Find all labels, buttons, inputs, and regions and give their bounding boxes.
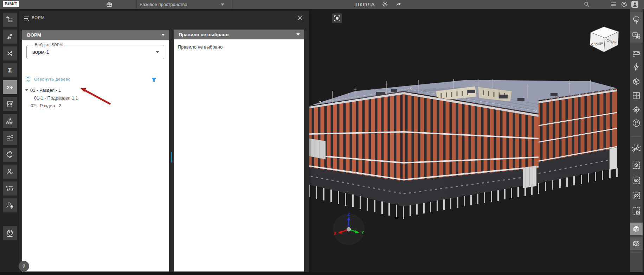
collapse-tree-label: Свернуть дерево [34,77,71,81]
section-box-icon [632,77,641,86]
close-icon[interactable] [297,15,303,21]
annotation-arrow [72,84,114,109]
sigma-add-icon: Σ+ [5,83,15,91]
sigma-icon: Σ [6,66,14,75]
toolbar-sigma[interactable]: Σ [3,63,17,77]
vorm-select-value: ворм-1 [32,49,49,55]
toolbar-gauge[interactable] [3,226,17,240]
flag-icon [632,119,641,128]
vorm-select-label: Выбрать ВОРМ [33,43,64,47]
cube-solid-icon [632,224,641,234]
toolbar-folder-export[interactable] [3,181,17,196]
rule-collapse-caret-icon [296,33,300,36]
app-logo[interactable]: BiMiT [3,1,19,7]
left-toolbar: Σ Σ+ 2D [0,9,19,272]
svg-text:X: X [334,231,336,235]
folder-export-icon [6,184,14,193]
toolbar-user-check[interactable] [3,165,17,179]
vegetation-tree-icon [632,16,641,25]
list-icon[interactable] [610,1,617,7]
svg-text:Σ: Σ [8,67,12,74]
svg-text:Σ+: Σ+ [7,84,13,90]
rt-show-dashed[interactable] [630,174,643,187]
rt-ruler[interactable] [630,47,643,60]
selection-focus-icon [632,31,641,40]
vorm-panel-window: ВОРМ ВОРМ Выбрать ВОРМ ворм-1 Свернуть д… [19,11,309,274]
panel-resize-handle[interactable] [171,152,172,162]
svg-text:1: 1 [634,144,635,147]
gear-icon[interactable] [382,1,388,7]
flash-icon [632,62,641,71]
right-toolbar: 12 [630,9,643,272]
rule-section-card: Правило не выбрано Правило не выбрано [174,30,304,271]
help-button[interactable]: ? [19,261,29,271]
trend-lines-icon [6,134,14,142]
toolbar-separator [631,136,641,137]
panel-window-title: ВОРМ [32,15,45,20]
user-check-icon [6,167,14,176]
select-branch-icon [6,32,14,41]
workspace-caret-icon[interactable] [221,4,224,6]
rt-selection-focus[interactable] [630,30,643,42]
collapse-caret-icon [161,34,165,36]
toolbar-user-location[interactable] [3,198,17,212]
orbit-navigation-icon [632,239,641,248]
tree-expand-caret-icon[interactable] [25,89,28,91]
rt-cube-dashed[interactable] [630,159,643,172]
briefcase-icon[interactable] [106,1,112,8]
rule-section-header[interactable]: Правило не выбрано [174,30,304,39]
rule-empty-text: Правило не выбрано [174,39,304,55]
rt-clear-dashed[interactable] [630,205,643,217]
rt-section-box[interactable] [630,75,643,88]
share-icon[interactable] [395,1,402,7]
rt-hide-dashed[interactable] [630,189,643,202]
viewport-focus-button[interactable] [332,13,342,23]
floor-plan-icon [632,91,641,100]
rt-vegetation-tree[interactable] [630,14,643,27]
vorm-section-card: ВОРМ Выбрать ВОРМ ворм-1 Свернуть дерево [22,30,169,271]
toolbar-separator [631,252,641,253]
2d-view-icon: 2D [6,100,14,108]
collapse-tree-link[interactable]: Свернуть дерево [26,76,71,82]
rule-section-header-label: Правило не выбрано [179,32,228,37]
toolbar-2d-view[interactable]: 2D [3,97,17,111]
user-avatar-icon[interactable] [631,1,638,8]
toolbar-org-chart[interactable] [3,114,17,128]
topbar-divider [136,0,137,9]
search-icon[interactable] [584,1,590,7]
vorm-select[interactable]: Выбрать ВОРМ ворм-1 [26,45,164,59]
rt-flash[interactable] [630,60,643,73]
rt-orbit-navigation[interactable] [630,237,643,250]
toolbar-structure-tree[interactable] [3,13,17,27]
topbar-divider2 [232,0,232,9]
rt-floor-plan[interactable] [630,89,643,102]
svg-text:Y: Y [361,230,364,235]
filter-funnel-icon[interactable] [151,77,157,83]
workspace-selector[interactable]: Базовое пространство [140,2,187,7]
toolbar-sigma-add[interactable]: Σ+ [3,80,17,94]
cube-dashed-icon [632,161,641,170]
toolbar-shuffle[interactable] [3,46,17,60]
shuffle-icon [6,49,14,58]
vorm-section-header-label: ВОРМ [27,32,41,38]
notifications-sync-icon[interactable] [621,1,627,7]
axis-gizmo[interactable]: Z X Y [332,212,366,246]
toolbar-plugins[interactable] [3,148,17,162]
rt-cube-solid[interactable] [630,223,643,235]
toolbar-select-branch[interactable] [3,30,17,44]
eye-slash-icon [632,191,641,200]
panel-menu-icon[interactable] [23,15,30,22]
focus-icon [334,15,340,21]
vorm-section-header[interactable]: ВОРМ [22,30,169,40]
rt-locate-target[interactable] [630,103,643,116]
vorm-select-caret-icon [156,51,159,53]
rt-flag[interactable] [630,117,643,129]
toolbar-trend-lines[interactable] [3,131,17,145]
svg-text:2D: 2D [7,103,12,106]
ruler-icon [632,49,641,58]
logo-red-dot [14,2,15,3]
clear-selection-icon [632,206,641,216]
rt-numbered-axes[interactable]: 12 [630,142,643,155]
eye-icon [632,176,641,185]
view-cube[interactable]: Справа Сзади [586,23,623,54]
